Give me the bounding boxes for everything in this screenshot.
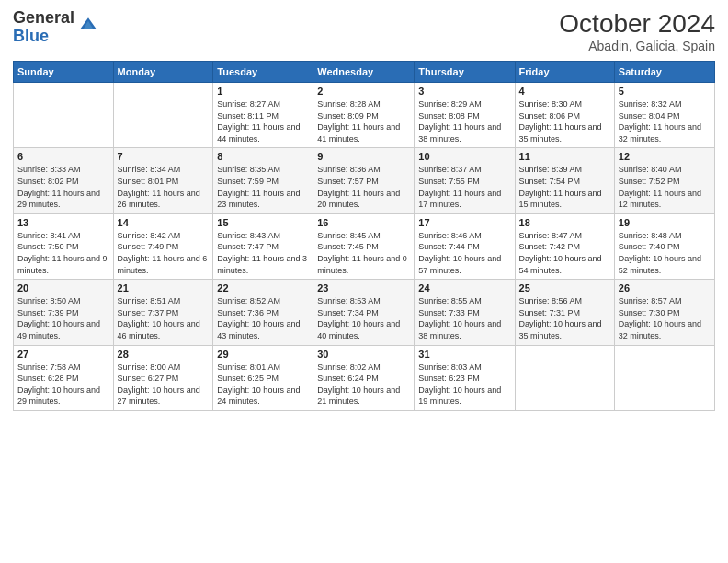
calendar-week-0: 1Sunrise: 8:27 AMSunset: 8:11 PMDaylight… [14,83,715,148]
day-info: Sunrise: 8:42 AMSunset: 7:49 PMDaylight:… [118,230,210,276]
calendar-cell [113,83,213,148]
day-number: 1 [217,86,309,97]
logo-text: General Blue [13,9,74,46]
calendar-cell: 9Sunrise: 8:36 AMSunset: 7:57 PMDaylight… [313,148,415,213]
day-info: Sunrise: 8:55 AMSunset: 7:33 PMDaylight:… [418,295,510,341]
calendar-cell: 19Sunrise: 8:48 AMSunset: 7:40 PMDayligh… [614,213,714,279]
day-info: Sunrise: 8:53 AMSunset: 7:34 PMDaylight:… [317,295,410,341]
day-info: Sunrise: 8:39 AMSunset: 7:54 PMDaylight:… [519,164,610,210]
day-info: Sunrise: 8:02 AMSunset: 6:24 PMDaylight:… [317,362,410,408]
day-info: Sunrise: 8:32 AMSunset: 8:04 PMDaylight:… [619,98,711,144]
day-number: 13 [17,217,109,228]
day-number: 14 [118,217,210,228]
day-number: 4 [519,86,610,97]
day-info: Sunrise: 8:03 AMSunset: 6:23 PMDaylight:… [418,362,510,408]
calendar-cell: 15Sunrise: 8:43 AMSunset: 7:47 PMDayligh… [213,213,313,279]
day-number: 11 [519,151,610,162]
day-info: Sunrise: 8:37 AMSunset: 7:55 PMDaylight:… [418,164,510,210]
calendar-cell: 2Sunrise: 8:28 AMSunset: 8:09 PMDaylight… [313,83,415,148]
day-number: 5 [619,86,711,97]
day-info: Sunrise: 8:28 AMSunset: 8:09 PMDaylight:… [317,98,410,144]
day-number: 27 [17,349,109,360]
page: General Blue October 2024 Abadin, Galici… [0,0,728,563]
day-number: 16 [317,217,410,228]
day-number: 7 [118,151,210,162]
day-info: Sunrise: 8:52 AMSunset: 7:36 PMDaylight:… [217,295,309,341]
title-block: October 2024 Abadin, Galicia, Spain [559,9,715,53]
calendar-cell: 29Sunrise: 8:01 AMSunset: 6:25 PMDayligh… [213,345,313,410]
header-day-friday: Friday [515,62,614,83]
day-info: Sunrise: 8:29 AMSunset: 8:08 PMDaylight:… [418,98,510,144]
logo-icon [79,15,97,33]
calendar-cell: 1Sunrise: 8:27 AMSunset: 8:11 PMDaylight… [213,83,313,148]
day-number: 8 [217,151,309,162]
calendar-cell: 21Sunrise: 8:51 AMSunset: 7:37 PMDayligh… [113,280,213,345]
logo-blue: Blue [13,28,74,46]
day-number: 29 [217,349,309,360]
day-info: Sunrise: 8:46 AMSunset: 7:44 PMDaylight:… [418,230,510,276]
day-info: Sunrise: 8:43 AMSunset: 7:47 PMDaylight:… [217,230,309,276]
calendar-cell: 16Sunrise: 8:45 AMSunset: 7:45 PMDayligh… [313,213,415,279]
calendar-cell: 28Sunrise: 8:00 AMSunset: 6:27 PMDayligh… [113,345,213,410]
day-info: Sunrise: 8:01 AMSunset: 6:25 PMDaylight:… [217,362,309,408]
day-number: 23 [317,282,410,293]
calendar-week-1: 6Sunrise: 8:33 AMSunset: 8:02 PMDaylight… [14,148,715,213]
day-info: Sunrise: 8:34 AMSunset: 8:01 PMDaylight:… [118,164,210,210]
day-info: Sunrise: 8:35 AMSunset: 7:59 PMDaylight:… [217,164,309,210]
calendar-cell: 24Sunrise: 8:55 AMSunset: 7:33 PMDayligh… [415,280,515,345]
day-info: Sunrise: 8:47 AMSunset: 7:42 PMDaylight:… [519,230,610,276]
header-day-tuesday: Tuesday [213,62,313,83]
calendar-cell: 6Sunrise: 8:33 AMSunset: 8:02 PMDaylight… [14,148,114,213]
location-title: Abadin, Galicia, Spain [559,39,715,53]
day-info: Sunrise: 8:48 AMSunset: 7:40 PMDaylight:… [619,230,711,276]
day-info: Sunrise: 8:56 AMSunset: 7:31 PMDaylight:… [519,295,610,341]
day-number: 31 [418,349,510,360]
day-number: 19 [619,217,711,228]
day-number: 25 [519,282,610,293]
calendar-cell: 3Sunrise: 8:29 AMSunset: 8:08 PMDaylight… [415,83,515,148]
day-info: Sunrise: 8:36 AMSunset: 7:57 PMDaylight:… [317,164,410,210]
day-info: Sunrise: 8:30 AMSunset: 8:06 PMDaylight:… [519,98,610,144]
day-number: 18 [519,217,610,228]
day-number: 21 [118,282,210,293]
logo-general: General [13,9,74,28]
day-number: 24 [418,282,510,293]
day-number: 30 [317,349,410,360]
day-number: 15 [217,217,309,228]
day-number: 17 [418,217,510,228]
day-info: Sunrise: 8:51 AMSunset: 7:37 PMDaylight:… [118,295,210,341]
calendar-cell: 31Sunrise: 8:03 AMSunset: 6:23 PMDayligh… [415,345,515,410]
day-number: 10 [418,151,510,162]
calendar-cell: 12Sunrise: 8:40 AMSunset: 7:52 PMDayligh… [614,148,714,213]
header-day-thursday: Thursday [415,62,515,83]
day-info: Sunrise: 8:45 AMSunset: 7:45 PMDaylight:… [317,230,410,276]
day-info: Sunrise: 7:58 AMSunset: 6:28 PMDaylight:… [17,362,109,408]
header-day-wednesday: Wednesday [313,62,415,83]
day-number: 20 [17,282,109,293]
header: General Blue October 2024 Abadin, Galici… [13,9,715,53]
calendar-header: SundayMondayTuesdayWednesdayThursdayFrid… [14,62,715,83]
calendar-cell: 13Sunrise: 8:41 AMSunset: 7:50 PMDayligh… [14,213,114,279]
calendar-cell [14,83,114,148]
calendar-cell: 17Sunrise: 8:46 AMSunset: 7:44 PMDayligh… [415,213,515,279]
calendar-cell: 23Sunrise: 8:53 AMSunset: 7:34 PMDayligh… [313,280,415,345]
day-info: Sunrise: 8:50 AMSunset: 7:39 PMDaylight:… [17,295,109,341]
calendar-cell: 20Sunrise: 8:50 AMSunset: 7:39 PMDayligh… [14,280,114,345]
calendar-week-2: 13Sunrise: 8:41 AMSunset: 7:50 PMDayligh… [14,213,715,279]
day-number: 9 [317,151,410,162]
header-day-monday: Monday [113,62,213,83]
calendar-cell: 10Sunrise: 8:37 AMSunset: 7:55 PMDayligh… [415,148,515,213]
day-info: Sunrise: 8:41 AMSunset: 7:50 PMDaylight:… [17,230,109,276]
day-number: 28 [118,349,210,360]
day-number: 6 [17,151,109,162]
month-title: October 2024 [559,9,715,39]
calendar-week-4: 27Sunrise: 7:58 AMSunset: 6:28 PMDayligh… [14,345,715,410]
header-row: SundayMondayTuesdayWednesdayThursdayFrid… [14,62,715,83]
calendar-cell: 18Sunrise: 8:47 AMSunset: 7:42 PMDayligh… [515,213,614,279]
calendar-body: 1Sunrise: 8:27 AMSunset: 8:11 PMDaylight… [14,83,715,411]
day-number: 2 [317,86,410,97]
calendar-cell: 22Sunrise: 8:52 AMSunset: 7:36 PMDayligh… [213,280,313,345]
day-info: Sunrise: 8:33 AMSunset: 8:02 PMDaylight:… [17,164,109,210]
calendar-cell: 4Sunrise: 8:30 AMSunset: 8:06 PMDaylight… [515,83,614,148]
calendar-cell: 11Sunrise: 8:39 AMSunset: 7:54 PMDayligh… [515,148,614,213]
